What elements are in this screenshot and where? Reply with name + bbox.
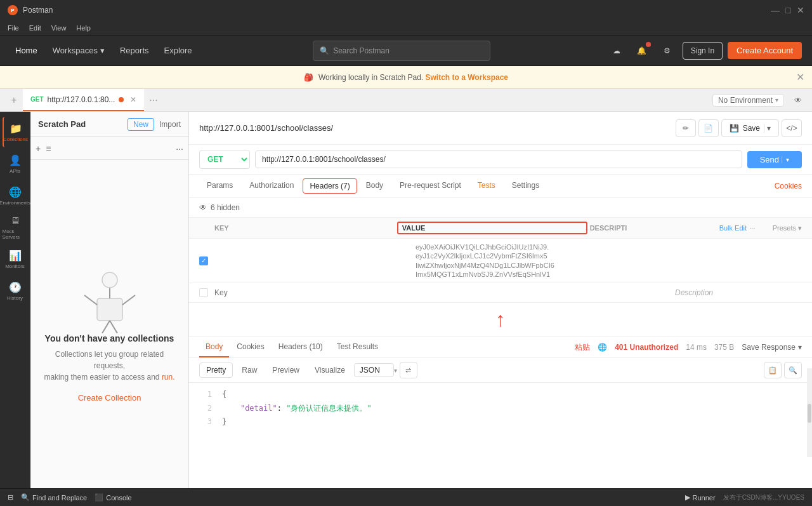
tab-authorization[interactable]: Authorization bbox=[242, 175, 301, 197]
notification-button[interactable]: 🔔 bbox=[632, 41, 652, 61]
save-response-button[interactable]: Save Response ▾ bbox=[742, 343, 802, 352]
tab-headers[interactable]: Headers (7) bbox=[303, 178, 357, 194]
new-tab-button[interactable]: + bbox=[5, 89, 23, 111]
find-icon: 🔍 bbox=[21, 493, 30, 502]
window-controls: — □ ✕ bbox=[771, 6, 804, 14]
format-selector[interactable]: JSON XML HTML Text bbox=[354, 363, 394, 377]
create-account-button[interactable]: Create Account bbox=[728, 42, 802, 59]
runner-button[interactable]: ▶ Runner bbox=[685, 493, 716, 502]
cloud-icon-button[interactable]: ☁ bbox=[606, 41, 627, 61]
sidebar-item-monitors[interactable]: 📊 Monitors bbox=[3, 244, 28, 274]
settings-button[interactable]: ⚙ bbox=[657, 41, 678, 61]
format-tab-preview[interactable]: Preview bbox=[266, 363, 306, 377]
tab-close-icon[interactable]: ✕ bbox=[130, 95, 136, 104]
request-tab-active[interactable]: GET http://127.0.0.1:80... ✕ bbox=[23, 89, 144, 111]
close-button[interactable]: ✕ bbox=[797, 6, 804, 14]
response-action-buttons: 📋 🔍 bbox=[764, 362, 802, 378]
cookies-link[interactable]: Cookies bbox=[775, 182, 802, 190]
word-wrap-button[interactable]: ⇌ bbox=[400, 362, 417, 378]
format-tab-raw[interactable]: Raw bbox=[235, 363, 263, 377]
environment-eye-button[interactable]: 👁 bbox=[789, 91, 807, 109]
save-button[interactable]: 💾 Save ▾ bbox=[721, 119, 779, 137]
url-bar: http://127.0.0.1:8001/school/classes/ ✏ … bbox=[189, 112, 812, 145]
create-collection-button[interactable]: Create Collection bbox=[78, 393, 141, 403]
chevron-down-icon: ▾ bbox=[100, 46, 105, 55]
sidebar-item-environments[interactable]: 🌐 Environments bbox=[3, 180, 28, 211]
header-checkbox[interactable]: ✓ bbox=[199, 256, 212, 265]
notification-badge bbox=[646, 42, 651, 47]
response-scrollbar[interactable] bbox=[807, 368, 812, 457]
menu-edit[interactable]: Edit bbox=[29, 24, 41, 32]
response-tab-headers[interactable]: Headers (10) bbox=[272, 337, 329, 357]
apis-icon: 👤 bbox=[9, 154, 22, 166]
edit-button[interactable]: ✏ bbox=[676, 119, 696, 137]
presets-dropdown-icon[interactable]: ▾ bbox=[798, 224, 802, 232]
menu-file[interactable]: File bbox=[8, 24, 19, 32]
arrow-annotation: ↑ bbox=[189, 303, 812, 336]
header-value-cell[interactable]: eyJ0eXAiOiJKV1QiLCJhbGciOiJIUzI1NiJ9. ey… bbox=[416, 243, 619, 279]
sidebar-item-history[interactable]: 🕐 History bbox=[3, 276, 28, 306]
view-docs-button[interactable]: 📄 bbox=[698, 119, 719, 137]
code-button[interactable]: </> bbox=[782, 119, 802, 137]
menu-view[interactable]: View bbox=[51, 24, 67, 32]
copy-response-button[interactable]: 📋 bbox=[764, 362, 782, 378]
search-box[interactable]: 🔍 Search Postman bbox=[313, 41, 490, 61]
sidebar-item-mock-servers[interactable]: 🖥 Mock Servers bbox=[3, 212, 28, 243]
hidden-headers-toggle[interactable]: 👁 6 hidden bbox=[199, 203, 802, 212]
search-response-button[interactable]: 🔍 bbox=[784, 362, 802, 378]
more-options-icon[interactable]: ··· bbox=[176, 143, 183, 154]
nav-home[interactable]: Home bbox=[10, 43, 43, 58]
nav-right: ☁ 🔔 ⚙ Sign In Create Account bbox=[606, 41, 802, 61]
paste-button[interactable]: 粘贴 bbox=[575, 342, 590, 353]
more-tabs-button[interactable]: ··· bbox=[144, 89, 162, 111]
nav-workspaces[interactable]: Workspaces ▾ bbox=[48, 43, 110, 58]
tab-params[interactable]: Params bbox=[199, 175, 240, 197]
request-tabbar: + GET http://127.0.0.1:80... ✕ ··· No En… bbox=[0, 89, 812, 112]
filter-icon[interactable]: ≡ bbox=[46, 143, 51, 154]
run-link[interactable]: run. bbox=[162, 373, 175, 382]
tab-body[interactable]: Body bbox=[358, 175, 391, 197]
format-tab-visualize[interactable]: Visualize bbox=[308, 363, 351, 377]
response-tab-cookies[interactable]: Cookies bbox=[230, 337, 270, 357]
svg-line-1 bbox=[84, 295, 97, 305]
tab-pre-request[interactable]: Pre-request Script bbox=[392, 175, 469, 197]
format-tab-pretty[interactable]: Pretty bbox=[199, 363, 233, 378]
find-replace-button[interactable]: 🔍 Find and Replace bbox=[21, 493, 87, 502]
scrollbar-thumb[interactable] bbox=[808, 404, 811, 423]
response-time: 14 ms bbox=[686, 343, 707, 352]
maximize-button[interactable]: □ bbox=[784, 6, 792, 14]
save-dropdown-arrow[interactable]: ▾ bbox=[764, 124, 771, 133]
sidebar-item-collections[interactable]: 📁 Collections bbox=[3, 117, 28, 147]
sidebar-toggle-button[interactable]: ⊟ bbox=[8, 493, 13, 502]
response-tab-test-results[interactable]: Test Results bbox=[331, 337, 384, 357]
new-collection-button[interactable]: New bbox=[128, 118, 154, 131]
url-input[interactable] bbox=[255, 150, 742, 168]
import-button[interactable]: Import bbox=[159, 120, 181, 129]
collections-icon: 📁 bbox=[10, 123, 22, 135]
nav-explore[interactable]: Explore bbox=[159, 43, 197, 58]
signin-button[interactable]: Sign In bbox=[683, 42, 723, 60]
minimize-button[interactable]: — bbox=[771, 6, 779, 14]
send-button[interactable]: Send ▾ bbox=[747, 151, 802, 168]
method-selector[interactable]: GET POST PUT DELETE PATCH bbox=[199, 150, 250, 169]
tab-settings[interactable]: Settings bbox=[504, 175, 547, 197]
environment-selector[interactable]: No Environment ▾ bbox=[712, 94, 784, 107]
new-header-checkbox[interactable] bbox=[199, 288, 212, 297]
headers-table-header: KEY VALUE DESCRIPTI Bulk Edit ··· Preset… bbox=[189, 218, 812, 239]
add-collection-icon[interactable]: + bbox=[36, 143, 41, 154]
banner-text: Working locally in Scratch Pad. Switch t… bbox=[318, 73, 508, 82]
nav-reports[interactable]: Reports bbox=[115, 43, 154, 58]
send-dropdown-arrow[interactable]: ▾ bbox=[782, 156, 789, 163]
empty-illustration bbox=[78, 263, 141, 333]
switch-workspace-link[interactable]: Switch to a Workspace bbox=[426, 73, 508, 82]
main-content: 📁 Collections 👤 APIs 🌐 Environments 🖥 Mo… bbox=[0, 112, 812, 506]
tab-tests[interactable]: Tests bbox=[470, 175, 503, 197]
more-icon[interactable]: ··· bbox=[749, 224, 755, 232]
new-key-input[interactable] bbox=[214, 287, 442, 298]
banner-close-button[interactable]: ✕ bbox=[796, 71, 804, 83]
console-button[interactable]: ⬛ Console bbox=[95, 493, 131, 502]
sidebar-item-apis[interactable]: 👤 APIs bbox=[3, 149, 28, 179]
response-tab-body[interactable]: Body bbox=[199, 337, 229, 357]
menu-help[interactable]: Help bbox=[76, 24, 91, 32]
header-row-new: Description bbox=[189, 283, 812, 303]
